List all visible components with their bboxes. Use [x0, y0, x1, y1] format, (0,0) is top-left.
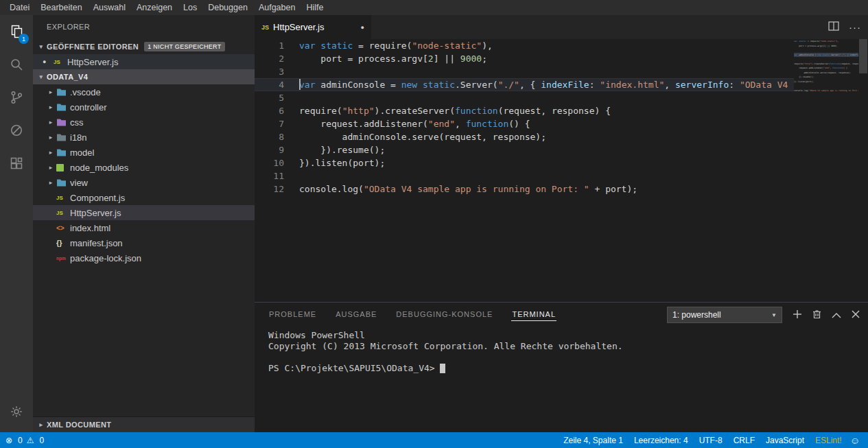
menu-item-anzeigen[interactable]: Anzeigen	[131, 3, 178, 12]
explorer-sidebar: EXPLORER ▾ GEÖFFNETE EDITOREN 1 NICHT GE…	[33, 15, 255, 432]
menu-item-los[interactable]: Los	[178, 3, 202, 12]
code-token: :	[589, 80, 600, 90]
code-token: require(	[299, 106, 342, 116]
xml-document-section-header[interactable]: ▸ XML DOCUMENT	[33, 416, 255, 432]
tree-item-label: css	[70, 117, 84, 128]
scrollbar-thumb[interactable]	[859, 39, 867, 73]
file-component-js[interactable]: JSComponent.js	[33, 190, 255, 205]
open-editors-header[interactable]: ▾ GEÖFFNETE EDITOREN 1 NICHT GESPEICHERT	[33, 39, 255, 54]
tree-item-label: HttpServer.js	[70, 208, 121, 218]
folder-icon	[56, 88, 70, 97]
feedback-smiley-icon[interactable]: ☺	[847, 435, 863, 446]
menu-item-aufgaben[interactable]: Aufgaben	[253, 3, 301, 12]
code-line-1[interactable]: 1var static = require("node-static"),	[255, 39, 794, 52]
menu-item-bearbeiten[interactable]: Bearbeiten	[35, 3, 87, 12]
code-line-10[interactable]: 10}).listen(port);	[255, 156, 794, 169]
root-folder-label: ODATA_V4	[47, 73, 88, 81]
kill-terminal-trash-icon[interactable]	[812, 309, 821, 321]
code-line-9[interactable]: 9 }).resume();	[255, 143, 794, 156]
bottom-panel: PROBLEMEAUSGABEDEBUGGING-KONSOLETERMINAL…	[255, 302, 868, 432]
editor-actions: ···	[828, 15, 861, 39]
close-panel-icon[interactable]	[852, 310, 860, 320]
code-line-5[interactable]: 5	[255, 91, 794, 104]
modified-dot-icon: ●	[43, 58, 51, 65]
code-line-3[interactable]: 3	[255, 65, 794, 78]
status-utf-8[interactable]: UTF-8	[694, 436, 728, 445]
folder-model[interactable]: ▸model	[33, 145, 255, 160]
code-token: adminConsole.serve(request, response);	[299, 132, 546, 142]
file-httpserver-js[interactable]: JSHttpServer.js	[33, 205, 255, 220]
root-folder-header[interactable]: ▾ ODATA_V4	[33, 69, 255, 84]
minimap-token: ] ||	[825, 45, 831, 47]
minimap[interactable]: var static = require("node-static"), por…	[794, 39, 858, 302]
open-editor-label: HttpServer.js	[67, 57, 118, 67]
menu-item-hilfe[interactable]: Hilfe	[301, 3, 329, 12]
status-zeile-4-spalte-1[interactable]: Zeile 4, Spalte 1	[558, 436, 629, 445]
line-content: var static = require("node-static"),	[299, 39, 794, 52]
minimap-token: port = process.argv[	[794, 45, 823, 47]
file-manifest-json[interactable]: {}manifest.json	[33, 235, 255, 250]
status-crlf[interactable]: CRLF	[728, 436, 760, 445]
split-editor-icon[interactable]	[828, 21, 839, 33]
code-token: port = process.argv[	[299, 54, 428, 64]
more-actions-icon[interactable]: ···	[849, 24, 861, 31]
status-eslint[interactable]: ESLint!	[810, 436, 847, 445]
code-token: 2	[428, 54, 434, 64]
explorer-activity-button[interactable]: 1	[0, 15, 33, 48]
search-activity-button[interactable]	[0, 48, 33, 81]
folder-css[interactable]: ▸css	[33, 115, 255, 130]
open-editor-item[interactable]: ● JS HttpServer.js	[33, 54, 255, 69]
code-token: static	[320, 40, 353, 51]
problems-status[interactable]: ⊗ 0 ⚠ 0	[5, 436, 44, 445]
code-token: + port);	[589, 184, 637, 194]
status-javascript[interactable]: JavaScript	[760, 436, 810, 445]
menu-item-auswahl[interactable]: Auswahl	[88, 3, 131, 12]
panel-tab-terminal[interactable]: TERMINAL	[511, 308, 556, 321]
file-package-lock-json[interactable]: npmpackage-lock.json	[33, 250, 255, 266]
file-index-html[interactable]: <>index.html	[33, 220, 255, 235]
js-file-icon: JS	[54, 59, 67, 65]
chevron-right-icon: ▸	[45, 119, 56, 126]
code-token: new	[401, 80, 417, 90]
panel-tab-ausgabe[interactable]: AUSGABE	[335, 308, 377, 320]
editor-scrollbar[interactable]	[858, 39, 868, 302]
code-area[interactable]: 1var static = require("node-static"),2 p…	[255, 39, 794, 302]
folder-view[interactable]: ▸view	[33, 175, 255, 190]
settings-gear-button[interactable]	[0, 395, 33, 428]
code-line-6[interactable]: 6require("http").createServer(function(r…	[255, 104, 794, 117]
chevron-right-icon: ▸	[45, 179, 56, 186]
code-line-11[interactable]: 11	[255, 169, 794, 182]
folder-vscode[interactable]: ▸.vscode	[33, 84, 255, 99]
tab-httpserver-js[interactable]: JS HttpServer.js ●	[255, 15, 371, 39]
error-count: 0	[18, 436, 23, 445]
maximize-panel-chevron-icon[interactable]	[832, 310, 841, 320]
code-line-4[interactable]: 4var adminConsole = new static.Server(".…	[255, 78, 794, 91]
menu-item-datei[interactable]: Datei	[4, 3, 35, 12]
panel-tab-probleme[interactable]: PROBLEME	[268, 308, 317, 320]
code-token: function	[455, 106, 498, 116]
folder-controller[interactable]: ▸controller	[33, 99, 255, 115]
modified-dot-icon[interactable]: ●	[361, 24, 364, 31]
warning-icon: ⚠	[27, 436, 34, 445]
code-line-12[interactable]: 12console.log("OData V4 sample app is ru…	[255, 182, 794, 196]
status-leerzeichen-4[interactable]: Leerzeichen: 4	[629, 436, 694, 445]
debug-activity-button[interactable]	[0, 114, 33, 147]
code-line-7[interactable]: 7 request.addListener("end", function() …	[255, 117, 794, 130]
source-control-activity-button[interactable]	[0, 81, 33, 114]
code-line-8[interactable]: 8 adminConsole.serve(request, response);	[255, 130, 794, 143]
extensions-activity-button[interactable]	[0, 147, 33, 180]
minimap-content: var static = require("node-static"), por…	[794, 39, 858, 93]
code-line-2[interactable]: 2 port = process.argv[2] || 9000;	[255, 52, 794, 65]
folder-i18n[interactable]: ▸i18n	[33, 130, 255, 145]
terminal-output[interactable]: Windows PowerShellCopyright (C) 2013 Mic…	[255, 330, 868, 432]
new-terminal-icon[interactable]	[793, 309, 802, 321]
activity-bar: 1	[0, 15, 33, 432]
minimap-token: static	[799, 40, 806, 43]
terminal-picker-dropdown[interactable]: 1: powershell ▼	[667, 307, 782, 323]
code-editor[interactable]: 1var static = require("node-static"),2 p…	[255, 39, 868, 302]
js-icon: JS	[56, 195, 70, 201]
panel-tab-debugging-konsole[interactable]: DEBUGGING-KONSOLE	[395, 308, 493, 320]
folder-node-modules[interactable]: ▸node_modules	[33, 160, 255, 175]
menu-item-debuggen[interactable]: Debuggen	[202, 3, 253, 12]
terminal-picker-value: 1: powershell	[672, 310, 721, 320]
